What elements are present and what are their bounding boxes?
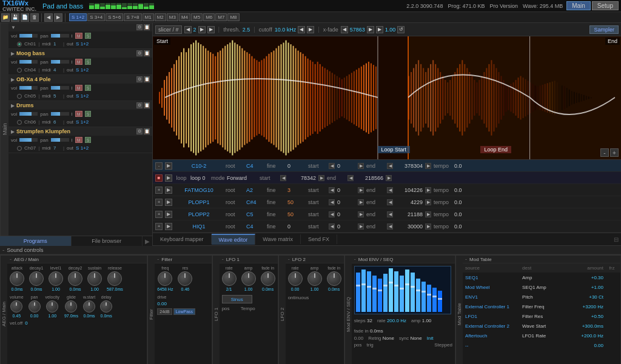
lfo2-rate-knob[interactable] bbox=[288, 271, 303, 286]
end-inc-c10-2[interactable]: ▶ bbox=[425, 163, 431, 169]
start-inc-hiq1[interactable]: ▶ bbox=[358, 223, 364, 230]
end-inc-plopp2[interactable]: ▶ bbox=[425, 211, 431, 217]
solo-btn-ch01[interactable]: S bbox=[85, 33, 92, 39]
inst-icon-drums2[interactable]: 📋 bbox=[144, 102, 150, 108]
start-dec-plopp1[interactable]: ◀ bbox=[329, 199, 335, 205]
tab-programs[interactable]: Programs bbox=[0, 236, 72, 246]
slice-name-c10-2[interactable]: C10-2 bbox=[175, 163, 223, 169]
pan-slider-moogbass[interactable] bbox=[51, 60, 69, 64]
inst-arrow-moogbass[interactable]: ▶ bbox=[11, 51, 15, 56]
mute-btn-obxa[interactable]: M bbox=[75, 85, 82, 91]
inst-icon-mb1[interactable]: ⚙ bbox=[136, 50, 143, 56]
end-dec-fatmog[interactable]: ◀ bbox=[387, 187, 393, 193]
level1-knob[interactable] bbox=[49, 271, 63, 286]
start-dec-loop[interactable]: ◀ bbox=[280, 175, 286, 181]
inst-arrow-strumpfen[interactable]: ▶ bbox=[11, 129, 15, 134]
xfade-play[interactable]: ▶ bbox=[376, 26, 383, 33]
delete-icon[interactable]: 🗑 bbox=[30, 13, 39, 22]
vol-slider-moogbass[interactable] bbox=[19, 60, 38, 64]
route-m1[interactable]: M1 bbox=[143, 13, 154, 21]
pan-knob[interactable] bbox=[29, 300, 41, 313]
slice-name-plopp2[interactable]: PLOPP2 bbox=[175, 211, 223, 217]
sound-ctrl-collapse[interactable]: - bbox=[2, 247, 4, 253]
mute-btn-ch01[interactable]: M bbox=[75, 33, 82, 39]
lfo2-fadein-knob[interactable] bbox=[327, 271, 341, 286]
preset-name[interactable]: Pad and bass bbox=[42, 2, 83, 10]
slice-play-c10-2[interactable]: ▶ bbox=[165, 162, 172, 170]
tab-keyboard-mapper[interactable]: Keyboard mapper bbox=[153, 234, 212, 244]
solo-btn-moogbass[interactable]: S bbox=[85, 59, 92, 65]
release-knob[interactable] bbox=[107, 271, 122, 286]
inst-icon-mb2[interactable]: 📋 bbox=[144, 50, 150, 56]
cutoff-val[interactable]: 10.0 kHz bbox=[275, 27, 297, 33]
vol-val[interactable]: 1.00 bbox=[385, 27, 396, 33]
lfo2-amp-knob[interactable] bbox=[307, 271, 322, 286]
start-inc-plopp2[interactable]: ▶ bbox=[358, 211, 364, 217]
inst-name-moogbass[interactable]: Moog bass bbox=[16, 50, 135, 56]
tab-arrow[interactable]: ▶ bbox=[143, 236, 152, 246]
tab-filebrowser[interactable]: File browser bbox=[72, 236, 143, 246]
slice-play-fatmog10[interactable]: ▶ bbox=[165, 187, 172, 194]
route-m5[interactable]: M5 bbox=[191, 13, 203, 21]
inst-icon-drums1[interactable]: ⚙ bbox=[136, 102, 143, 108]
end-inc-loop[interactable]: ▶ bbox=[386, 175, 392, 181]
slice-minus-loop[interactable]: ■ bbox=[155, 174, 163, 182]
route-s56[interactable]: S 5+6 bbox=[106, 13, 123, 21]
end-inc-hiq1[interactable]: ▶ bbox=[425, 223, 431, 230]
filter-db-btn[interactable]: 24dB bbox=[157, 308, 172, 315]
inst-icon-s2[interactable]: 📋 bbox=[144, 128, 150, 134]
vol-slider-drums[interactable] bbox=[19, 112, 38, 116]
sustain-knob[interactable] bbox=[87, 271, 102, 286]
zoom-minus[interactable]: - bbox=[600, 148, 609, 157]
route-m8[interactable]: M8 bbox=[227, 13, 239, 21]
route-s78[interactable]: S 7+8 bbox=[124, 13, 141, 21]
slicer-play[interactable]: ▶ bbox=[207, 26, 215, 33]
decay1-knob[interactable] bbox=[29, 271, 44, 286]
tab-wave-matrix[interactable]: Wave matrix bbox=[255, 234, 301, 244]
inst-icon-obxa2[interactable]: 📋 bbox=[144, 76, 150, 82]
modtable-row-aftertouch[interactable]: Aftertouch LFO1 Rate +200.0 Hz bbox=[463, 331, 620, 341]
filter-res-knob[interactable] bbox=[178, 271, 192, 286]
radio-strumpfen[interactable] bbox=[17, 146, 22, 151]
seq-display[interactable] bbox=[354, 266, 451, 314]
route-m3[interactable]: M3 bbox=[167, 13, 178, 21]
radio-moogbass[interactable] bbox=[17, 68, 22, 73]
filter-mode-btn[interactable]: LowPass bbox=[173, 308, 195, 315]
mute-btn-drums[interactable]: M bbox=[75, 111, 82, 117]
lfo1-amp-knob[interactable] bbox=[241, 271, 256, 286]
slice-play-hiq1[interactable]: ▶ bbox=[165, 223, 172, 230]
thresh-val[interactable]: 2.5 bbox=[243, 27, 250, 33]
xfade-dec[interactable]: ◀ bbox=[341, 26, 348, 33]
pan-slider-strumpfen[interactable] bbox=[51, 138, 69, 142]
start-inc-plopp1[interactable]: ▶ bbox=[358, 199, 364, 205]
start-dec-hiq1[interactable]: ◀ bbox=[329, 223, 335, 230]
right-arrow-icon[interactable]: ▶ bbox=[54, 13, 62, 22]
slice-name-hiq1[interactable]: HIQ1 bbox=[175, 223, 223, 230]
attack-knob[interactable] bbox=[10, 271, 24, 286]
radio-obxa[interactable] bbox=[17, 94, 22, 99]
vol-slider-ch01[interactable] bbox=[19, 34, 38, 38]
setup-button[interactable]: Setup bbox=[592, 1, 619, 10]
glide-knob[interactable] bbox=[65, 300, 77, 313]
filter-freq-knob[interactable] bbox=[158, 271, 172, 286]
slice-plus-fatmog10[interactable]: + bbox=[155, 187, 163, 194]
volume-knob[interactable] bbox=[10, 300, 22, 313]
end-inc-plopp1[interactable]: ▶ bbox=[425, 199, 431, 205]
start-inc-loop[interactable]: ▶ bbox=[318, 175, 324, 181]
inst-arrow-obxa[interactable]: ▶ bbox=[11, 77, 15, 82]
slice-play-plopp1[interactable]: ▶ bbox=[165, 199, 172, 206]
route-m4[interactable]: M4 bbox=[179, 13, 190, 21]
modtable-row-seq1[interactable]: SEQ1 Amp +0.30 bbox=[463, 273, 620, 283]
start-inc-fatmog[interactable]: ▶ bbox=[358, 187, 364, 193]
solo-btn-strumpfen[interactable]: S bbox=[85, 137, 92, 143]
save-icon[interactable]: 💾 bbox=[11, 13, 19, 22]
inst-arrow-drums[interactable]: ▶ bbox=[11, 103, 15, 108]
slicer-inc[interactable]: ▶ bbox=[198, 26, 206, 33]
lfo1-wave-btn[interactable]: Sinus bbox=[222, 295, 252, 303]
end-dec-plopp2[interactable]: ◀ bbox=[387, 211, 393, 217]
modtable-row-modwheel[interactable]: Mod Wheel SEQ1 Amp +1.00 bbox=[463, 283, 620, 293]
cutoff-inc[interactable]: ▶ bbox=[307, 26, 314, 33]
radio-drums[interactable] bbox=[17, 120, 22, 125]
end-dec-c10-2[interactable]: ◀ bbox=[387, 163, 393, 169]
left-arrow-icon[interactable]: ◀ bbox=[44, 13, 53, 22]
